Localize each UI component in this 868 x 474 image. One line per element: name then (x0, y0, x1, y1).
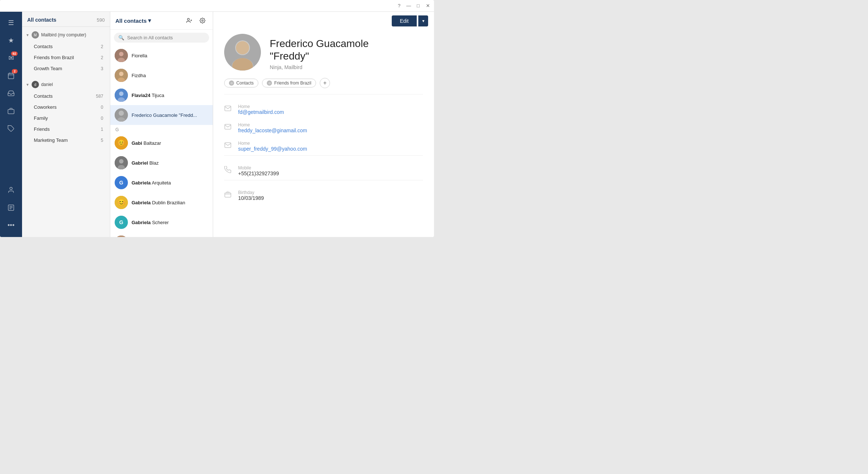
email-2-label: Home (238, 122, 307, 128)
svg-point-11 (187, 18, 189, 20)
tag-contacts[interactable]: ⊙ Contacts (224, 79, 258, 87)
birthday-field: Birthday 10/03/1989 (213, 186, 434, 205)
contacts-settings-button[interactable] (197, 15, 208, 26)
svg-point-6 (10, 187, 12, 190)
contacts-panel: All contacts ▾ (110, 12, 213, 237)
daniel-contacts-label: Contacts (34, 93, 53, 99)
email-1-label: Home (238, 104, 284, 109)
family-count: 0 (101, 116, 103, 121)
contacts-list: Fiorella Fizdha (110, 46, 213, 237)
briefcase-icon[interactable] (3, 103, 19, 119)
phone-value[interactable]: +55(21)32927399 (238, 170, 279, 176)
list-item[interactable]: Fiorella (110, 46, 213, 65)
notes-nav-icon[interactable] (3, 200, 19, 216)
email-field-1: Home fd@getmailbird.com (213, 100, 434, 119)
email-2-content: Home freddy_lacoste@ginamail.com (238, 122, 307, 133)
list-item[interactable]: Gabriela Sorvete (110, 232, 213, 237)
svg-point-19 (119, 72, 123, 76)
list-item[interactable]: Gabriel Blaz (110, 153, 213, 173)
mailbird-contacts-item[interactable]: Contacts 2 (24, 41, 108, 52)
marketing-team-item[interactable]: Marketing Team 5 (24, 135, 108, 146)
avatar (115, 49, 128, 62)
edit-button[interactable]: Edit (392, 15, 417, 26)
inbox-icon[interactable] (3, 85, 19, 101)
contact-name: Gabriela Arquiteta (132, 180, 171, 186)
family-label: Family (34, 115, 48, 121)
svg-point-14 (202, 20, 203, 21)
family-item[interactable]: Family 0 (24, 113, 108, 123)
help-button[interactable]: ? (396, 3, 402, 9)
coworkers-label: Coworkers (34, 104, 57, 110)
detail-divider (224, 94, 423, 94)
detail-name-alias: "Freddy" (270, 50, 309, 62)
marketing-team-label: Marketing Team (34, 137, 68, 143)
list-item[interactable]: Flavia24 Tijuca (110, 85, 213, 105)
svg-point-25 (119, 111, 124, 116)
maximize-button[interactable]: □ (415, 3, 422, 9)
email-3-content: Home super_freddy_99@yahoo.com (238, 141, 307, 152)
mailbird-contacts-count: 2 (101, 44, 103, 49)
tag-friends-brazil-label: Friends from Brazil (274, 80, 311, 86)
list-item[interactable]: G Gabriela Scherer (110, 212, 213, 232)
daniel-avatar: d (32, 81, 39, 88)
svg-point-34 (115, 236, 128, 237)
svg-point-40 (236, 41, 249, 54)
marketing-team-count: 5 (101, 138, 103, 143)
phone-content: Mobile +55(21)32927399 (238, 165, 279, 176)
svg-point-16 (119, 52, 123, 56)
avatar (115, 156, 128, 169)
mailbird-avatar: M (32, 31, 39, 39)
detail-subtitle: Ninja, Mailbird (270, 64, 369, 70)
tag-friends-brazil[interactable]: ⊙ Friends from Brazil (262, 79, 316, 87)
avatar: G (115, 176, 128, 189)
growth-team-item[interactable]: Growth Team 3 (24, 63, 108, 74)
daniel-section-header[interactable]: ▼ d daniel (22, 79, 110, 90)
daniel-contacts-count: 587 (96, 94, 103, 99)
contacts-panel-header: All contacts ▾ (110, 12, 213, 30)
contacts-panel-actions (184, 15, 208, 26)
contacts-panel-title-btn[interactable]: All contacts ▾ (115, 17, 151, 24)
mailbird-section-header[interactable]: ▼ M Mailbird (my computer) (22, 29, 110, 41)
coworkers-item[interactable]: Coworkers 0 (24, 102, 108, 112)
list-item[interactable]: 😊 Gabi Baltazar (110, 133, 213, 153)
coworkers-count: 0 (101, 105, 103, 110)
tag-icon[interactable] (3, 121, 19, 137)
star-icon[interactable]: ★ (3, 32, 19, 49)
friends-brazil-item[interactable]: Friends from Brazil 2 (24, 52, 108, 63)
phone-label: Mobile (238, 165, 279, 170)
minimize-button[interactable]: — (405, 3, 412, 9)
birthday-value: 10/03/1989 (238, 195, 264, 201)
mail-icon[interactable]: ✉ 92 (3, 50, 19, 66)
phone-icon (224, 166, 232, 174)
friends-item[interactable]: Friends 1 (24, 124, 108, 134)
daniel-account-name: daniel (41, 82, 53, 87)
list-item[interactable]: Fizdha (110, 65, 213, 85)
email-2-value[interactable]: freddy_lacoste@ginamail.com (238, 128, 307, 133)
add-contact-button[interactable] (184, 15, 194, 26)
titlebar: ? — □ ✕ (0, 0, 434, 12)
menu-icon[interactable]: ☰ (3, 15, 19, 31)
daniel-section: ▼ d daniel Contacts 587 Coworkers 0 Fami… (22, 76, 110, 148)
email-3-value[interactable]: super_freddy_99@yahoo.com (238, 146, 307, 152)
add-tag-button[interactable]: + (320, 78, 330, 88)
list-item[interactable]: Frederico Guacamole "Fredd... (110, 105, 213, 125)
list-item[interactable]: G Gabriela Arquiteta (110, 173, 213, 193)
more-icon[interactable]: ••• (3, 217, 19, 233)
list-item[interactable]: 😊 Gabriela Dublin Brazilian (110, 193, 213, 212)
icon-sidebar: ☰ ★ ✉ 92 2 (0, 12, 22, 237)
close-button[interactable]: ✕ (424, 3, 431, 9)
email-1-value[interactable]: fd@getmailbird.com (238, 109, 284, 115)
detail-tags: ⊙ Contacts ⊙ Friends from Brazil + (213, 78, 434, 94)
email-3-label: Home (238, 141, 307, 146)
contact-name: Gabi Baltazar (132, 140, 161, 146)
search-box[interactable]: 🔍 (114, 33, 209, 43)
groups-header: All contacts 590 (22, 12, 110, 27)
daniel-contacts-item[interactable]: Contacts 587 (24, 91, 108, 101)
detail-avatar (224, 34, 261, 71)
mail-field-icon-2 (224, 123, 232, 131)
calendar-icon[interactable]: 2 (3, 68, 19, 84)
birthday-label: Birthday (238, 190, 264, 195)
search-input[interactable] (127, 35, 205, 40)
edit-dropdown-button[interactable]: ▾ (418, 15, 428, 26)
contacts-nav-icon[interactable] (3, 182, 19, 198)
